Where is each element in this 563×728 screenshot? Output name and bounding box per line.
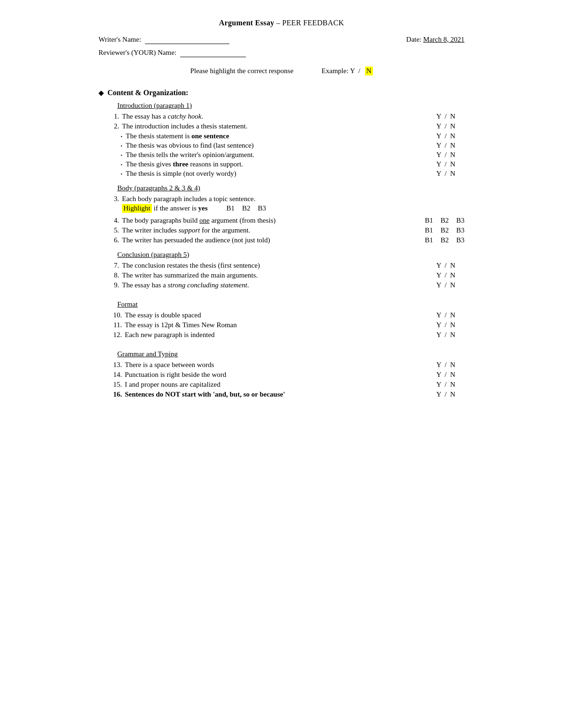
- date-label: Date:: [406, 36, 421, 43]
- item-12-answer: Y / N: [436, 331, 464, 339]
- item-11-content: The essay is 12pt & Times New Roman Y / …: [125, 321, 464, 329]
- item-4-content: The body paragraphs build one argument (…: [122, 217, 464, 225]
- item-1: 1. The essay has a catchy hook. Y / N: [108, 113, 464, 120]
- item-9-text: The essay has a strong concluding statem…: [122, 281, 436, 289]
- body-heading: Body (paragraphs 2 & 3 & 4): [117, 184, 464, 192]
- title-bold: Argument Essay: [219, 19, 274, 27]
- bullet-1-text: The thesis statement is one sentence: [126, 132, 436, 140]
- item-3-b1: B1: [227, 204, 235, 212]
- item-2-text: The introduction includes a thesis state…: [122, 122, 436, 130]
- item-3-content: Each body paragraph includes a topic sen…: [122, 195, 464, 215]
- reviewer-label: Reviewer's (YOUR) Name:: [99, 49, 176, 56]
- item-2: 2. The introduction includes a thesis st…: [108, 122, 464, 130]
- intro-heading: Introduction (paragraph 1): [117, 102, 464, 110]
- bullet-5-answer: Y / N: [436, 170, 464, 178]
- item-12-number: 12.: [108, 331, 122, 339]
- item-3-text: Each body paragraph includes a topic sen…: [122, 195, 255, 203]
- item-8: 8. The writer has summarized the main ar…: [108, 271, 464, 279]
- item-6-b1: B1: [425, 236, 433, 244]
- page-title: Argument Essay – PEER FEEDBACK: [99, 19, 464, 27]
- item-9-content: The essay has a strong concluding statem…: [122, 281, 464, 289]
- item-13-text: There is a space between words: [125, 361, 436, 369]
- item-1-content: The essay has a catchy hook. Y / N: [122, 113, 464, 120]
- bullet-5-content: The thesis is simple (not overly wordy) …: [126, 170, 464, 178]
- format-heading-text: Format: [117, 300, 137, 308]
- item-8-number: 8.: [108, 271, 119, 279]
- item-4-text: The body paragraphs build one argument (…: [122, 217, 425, 225]
- item-16: 16. Sentences do NOT start with 'and, bu…: [108, 390, 464, 398]
- instructions-text: Please highlight the correct response: [190, 67, 293, 75]
- item-3-answers: B1 B2 B3: [227, 204, 266, 212]
- writer-blank: [145, 36, 229, 44]
- item-11-text: The essay is 12pt & Times New Roman: [125, 321, 436, 329]
- example-label: Example: Y /: [321, 67, 362, 75]
- bullet-dot-1: •: [117, 134, 126, 139]
- item-10-content: The essay is double spaced Y / N: [125, 311, 464, 319]
- body-sublabel: (paragraphs 2 & 3 & 4): [134, 184, 200, 192]
- item-8-text: The writer has summarized the main argum…: [122, 271, 436, 279]
- item-5-b2: B2: [441, 226, 449, 234]
- grammar-heading-text: Grammar and Typing: [117, 350, 178, 358]
- bullet-1: • The thesis statement is one sentence Y…: [117, 132, 464, 140]
- bullet-3-text: The thesis tells the writer's opinion/ar…: [126, 151, 436, 159]
- item-7-content: The conclusion restates the thesis (firs…: [122, 262, 464, 270]
- conclusion-subsection: Conclusion (paragraph 5) 7. The conclusi…: [108, 251, 464, 289]
- item-9-answer: Y / N: [436, 281, 464, 289]
- item-4-b3: B3: [456, 217, 464, 225]
- item-4-number: 4.: [108, 217, 119, 225]
- item-2-number: 2.: [108, 122, 119, 130]
- item-10: 10. The essay is double spaced Y / N: [108, 311, 464, 319]
- item-1-italic: catchy hook: [167, 113, 201, 120]
- section-heading-text: Content & Organization:: [107, 89, 188, 97]
- highlight-suffix: if the answer is yes: [154, 204, 208, 212]
- section-grammar: Grammar and Typing 13. There is a space …: [99, 350, 464, 398]
- item-12-content: Each new paragraph is indented Y / N: [125, 331, 464, 339]
- item-15: 15. I and proper nouns are capitalized Y…: [108, 381, 464, 389]
- item-4-underline: one: [199, 217, 210, 224]
- item-7-number: 7.: [108, 262, 119, 270]
- header-row: Writer's Name: Date: March 8, 2021: [99, 36, 464, 46]
- bullet-2-text: The thesis was obvious to find (last sen…: [126, 142, 436, 150]
- instructions: Please highlight the correct response Ex…: [99, 67, 464, 75]
- item-4: 4. The body paragraphs build one argumen…: [108, 217, 464, 225]
- item-16-text: Sentences do NOT start with 'and, but, s…: [125, 390, 436, 398]
- bullet-4-content: The thesis gives three reasons in suppor…: [126, 160, 464, 168]
- item-5-text: The writer includes support for the argu…: [122, 226, 425, 234]
- bullet-1-bold: one sentence: [191, 132, 229, 140]
- header-right: Date: March 8, 2021: [406, 36, 464, 44]
- reviewer-line: Reviewer's (YOUR) Name:: [99, 49, 464, 57]
- section-heading-content: ◆ Content & Organization:: [99, 89, 464, 97]
- item-6-text: The writer has persuaded the audience (n…: [122, 236, 425, 244]
- item-7: 7. The conclusion restates the thesis (f…: [108, 262, 464, 270]
- item-9-italic: strong concluding statement: [167, 281, 247, 289]
- item-7-text: The conclusion restates the thesis (firs…: [122, 262, 436, 270]
- item-3: 3. Each body paragraph includes a topic …: [108, 195, 464, 215]
- item-4-b2: B2: [441, 217, 449, 225]
- bullet-3-answer: Y / N: [436, 151, 464, 159]
- bullet-2: • The thesis was obvious to find (last s…: [117, 142, 464, 150]
- item-12-text: Each new paragraph is indented: [125, 331, 436, 339]
- item-13-answer: Y / N: [436, 361, 464, 369]
- item-11: 11. The essay is 12pt & Times New Roman …: [108, 321, 464, 329]
- item-8-content: The writer has summarized the main argum…: [122, 271, 464, 279]
- intro-label: Introduction: [117, 102, 152, 109]
- item-5-b3: B3: [456, 226, 464, 234]
- bullet-2-answer: Y / N: [436, 142, 464, 150]
- page: Argument Essay – PEER FEEDBACK Writer's …: [99, 19, 464, 410]
- item-10-answer: Y / N: [436, 311, 464, 319]
- item-6-b2: B2: [441, 236, 449, 244]
- item-13-content: There is a space between words Y / N: [125, 361, 464, 369]
- item-3-highlight-row: Highlight if the answer is yes B1 B2 B3: [122, 204, 464, 213]
- item-14-text: Punctuation is right beside the word: [125, 371, 436, 379]
- item-7-answer: Y / N: [436, 262, 464, 270]
- item-11-number: 11.: [108, 321, 122, 329]
- header-left: Writer's Name:: [99, 36, 229, 46]
- body-label: Body: [117, 184, 133, 192]
- date-value: March 8, 2021: [423, 36, 464, 43]
- bullet-dot-5: •: [117, 172, 126, 177]
- item-6-content: The writer has persuaded the audience (n…: [122, 236, 464, 244]
- conclusion-heading: Conclusion (paragraph 5): [117, 251, 464, 259]
- bullet-3-content: The thesis tells the writer's opinion/ar…: [126, 151, 464, 159]
- item-2-answer: Y / N: [436, 122, 464, 130]
- bullet-dot-4: •: [117, 162, 126, 167]
